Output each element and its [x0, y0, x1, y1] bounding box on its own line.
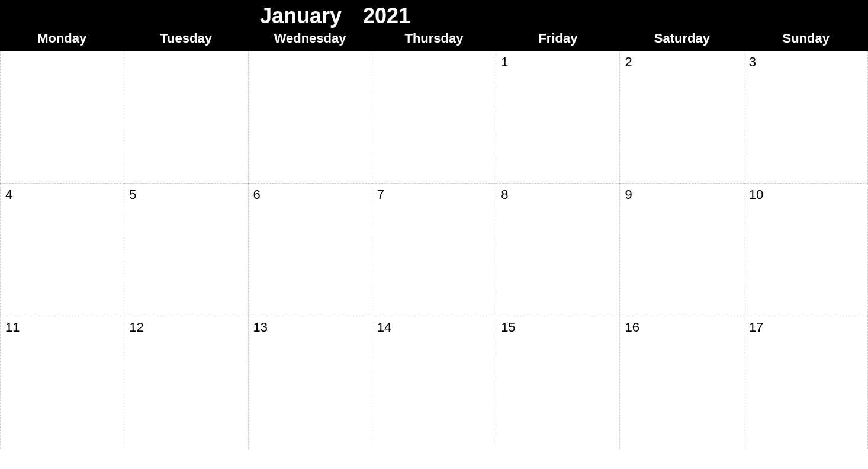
calendar-day-cell	[249, 51, 372, 184]
calendar-day-cell: 11	[0, 316, 124, 449]
calendar-day-cell: 3	[744, 51, 868, 184]
weekday-header-row: Monday Tuesday Wednesday Thursday Friday…	[0, 30, 868, 51]
calendar-day-cell: 1	[496, 51, 620, 184]
calendar-year: 2021	[352, 4, 868, 28]
weekday-header: Monday	[0, 30, 124, 49]
calendar-title: January 2021	[0, 0, 868, 30]
calendar-week-row: 11 12 13 14 15 16 17	[0, 316, 868, 449]
weekday-header: Wednesday	[248, 30, 372, 49]
calendar-day-cell: 2	[620, 51, 744, 184]
weekday-header: Saturday	[620, 30, 744, 49]
calendar-month: January	[0, 4, 352, 28]
calendar-day-cell: 7	[372, 184, 496, 316]
calendar-day-cell: 4	[0, 184, 124, 316]
weekday-header: Sunday	[744, 30, 868, 49]
calendar-day-cell: 13	[249, 316, 372, 449]
calendar-day-cell: 15	[496, 316, 620, 449]
weekday-header: Tuesday	[124, 30, 247, 49]
weekday-header: Friday	[496, 30, 620, 49]
calendar-day-cell: 12	[124, 316, 248, 449]
calendar: January 2021 Monday Tuesday Wednesday Th…	[0, 0, 868, 449]
calendar-day-cell: 10	[744, 184, 868, 316]
weekday-header: Thursday	[372, 30, 496, 49]
calendar-week-row: 4 5 6 7 8 9 10	[0, 184, 868, 316]
calendar-day-cell: 6	[249, 184, 372, 316]
calendar-day-cell	[372, 51, 496, 184]
calendar-header: January 2021 Monday Tuesday Wednesday Th…	[0, 0, 868, 51]
calendar-day-cell: 8	[496, 184, 620, 316]
calendar-day-cell: 5	[124, 184, 248, 316]
calendar-grid: 1 2 3 4 5 6 7 8 9 10 11 12 13 14 15 16 1…	[0, 51, 868, 449]
calendar-day-cell	[124, 51, 248, 184]
calendar-day-cell: 14	[372, 316, 496, 449]
calendar-day-cell: 9	[620, 184, 744, 316]
calendar-week-row: 1 2 3	[0, 51, 868, 184]
calendar-day-cell: 16	[620, 316, 744, 449]
calendar-day-cell: 17	[744, 316, 868, 449]
calendar-day-cell	[0, 51, 124, 184]
